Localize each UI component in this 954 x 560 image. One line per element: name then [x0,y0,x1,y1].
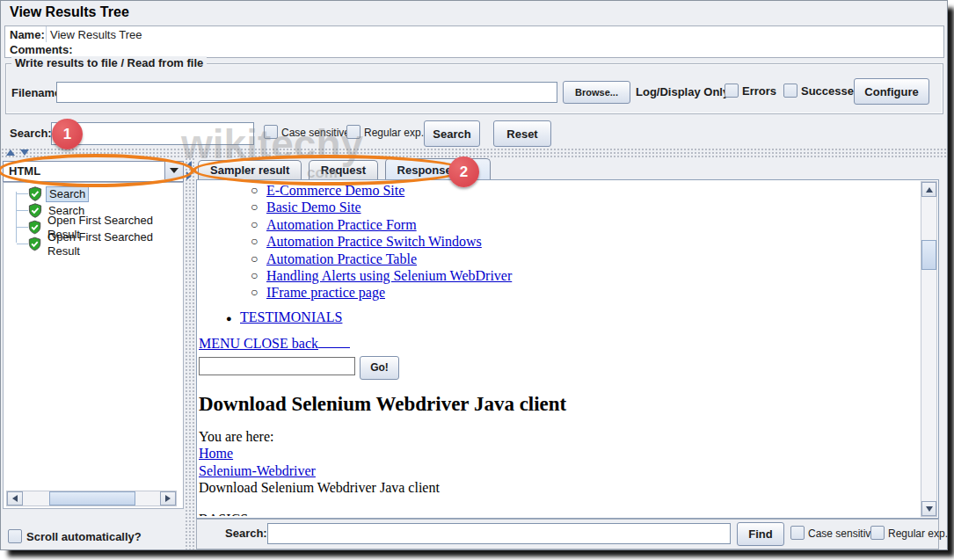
annotation-badge-2: 2 [448,156,479,187]
annotation-ellipse-view-selector [0,154,194,187]
case-sensitive-label: Case sensitive [281,127,350,139]
shield-check-icon [28,236,41,251]
list-item: IFrame practice page [251,284,905,301]
tree-connector-line [16,192,17,243]
scroll-automatically-checkbox[interactable] [8,529,22,543]
log-display-only-label: Log/Display Only: [636,85,733,98]
breadcrumb-home-link[interactable]: Home [199,446,233,461]
response-case-sensitive-checkbox[interactable] [790,526,805,540]
comments-label: Comments: [10,43,73,56]
jmeter-view-results-tree-window: View Results Tree Name: View Results Tre… [0,0,948,550]
scroll-automatically-label: Scroll automatically? [26,530,142,543]
regular-exp-checkbox[interactable] [346,125,360,139]
testimonials-row: TESTIMONIALS [226,310,905,324]
shield-check-icon [28,186,42,201]
annotation-badge-1: 1 [52,119,83,149]
successes-checkbox[interactable] [783,84,797,98]
tree-scrollbar-thumb[interactable] [49,491,135,505]
response-data-pane: E-Commerce Demo Site Basic Demo Site Aut… [196,179,939,519]
go-button[interactable]: Go! [360,356,399,380]
results-tree-panel: HTML Search Search [3,157,184,549]
tree-connector-stub [17,244,28,244]
rendered-html-view: E-Commerce Demo Site Basic Demo Site Aut… [198,180,905,516]
response-search-label: Search: [225,527,267,540]
name-input[interactable]: View Results Tree [46,26,943,42]
list-item: Automation Practice Table [251,251,905,267]
case-sensitive-checkbox[interactable] [264,125,278,139]
name-comments-box: Name: View Results Tree Comments: [4,25,944,58]
site-search-form: Go! [199,356,905,380]
link[interactable]: Automation Practice Table [266,251,417,266]
shield-check-icon [28,220,41,235]
annotation-ellipse-tabs [193,155,463,185]
list-item: Automation Practice Form [251,216,905,233]
response-regular-exp-checkbox[interactable] [870,526,885,540]
tree-connector-stub [17,193,28,194]
search-label: Search: [10,127,52,140]
tree-horizontal-scrollbar[interactable] [6,491,177,506]
link[interactable]: IFrame practice page [266,285,385,300]
response-case-sensitive-label: Case sensitive [808,527,877,540]
breadcrumb: Home [199,445,905,462]
list-item: Basic Demo Site [251,199,905,215]
nav-link-list: E-Commerce Demo Site Basic Demo Site Aut… [198,182,905,302]
response-search-input[interactable] [267,523,731,544]
tree-item-label[interactable]: Search [46,186,89,202]
tree-row[interactable]: Search [28,185,89,202]
reset-button[interactable]: Reset [493,120,551,147]
scroll-left-icon[interactable] [7,491,23,505]
breadcrumb-current: Download Selenium Webdriver Java client [199,479,905,496]
breadcrumb: Selenium-Webdriver [199,462,905,479]
browse-button[interactable]: Browse... [563,81,630,104]
successes-label: Successes [801,84,860,98]
link[interactable]: Automation Practice Switch Windows [266,234,482,249]
filename-input[interactable] [56,82,557,103]
results-tree: Search Search Open First Searched Result [3,182,184,509]
tree-connector-stub [17,227,28,228]
vertical-splitter[interactable] [185,157,195,549]
configure-button[interactable]: Configure [854,78,929,105]
scroll-up-icon[interactable] [921,182,936,197]
breadcrumb-intro: You are here: [199,428,905,445]
response-regular-exp-label: Regular exp. [888,527,948,540]
breadcrumb-selenium-link[interactable]: Selenium-Webdriver [199,463,316,478]
link[interactable]: Basic Demo Site [266,200,361,215]
write-results-group: Write results to file / Read from file F… [5,63,943,114]
page-heading: Download Selenium Webdriver Java client [199,393,905,415]
response-scrollbar-thumb[interactable] [921,240,936,270]
link[interactable]: Automation Practice Form [266,217,417,232]
page-title: View Results Tree [10,4,129,20]
comments-input[interactable] [72,42,943,56]
search-button[interactable]: Search [424,120,480,147]
list-item: Handling Alerts using Selenium WebDriver [251,267,905,284]
tree-connector-stub [17,210,28,211]
tree-item-label[interactable]: Open First Searched Result [45,230,183,258]
site-search-input[interactable] [199,357,355,375]
basics-text: BASICS [199,511,905,516]
splitter-collapse-down-icon[interactable] [20,149,29,156]
scroll-down-icon[interactable] [921,501,936,516]
filename-label: Filename [11,86,61,99]
shield-check-icon [28,203,42,218]
find-button[interactable]: Find [737,522,784,546]
name-label: Name: [10,28,45,41]
testimonials-link[interactable]: TESTIMONIALS [240,309,342,324]
errors-checkbox[interactable] [725,84,739,98]
menu-close-row: MENU CLOSE back [199,337,905,351]
write-results-group-title: Write results to file / Read from file [11,56,207,69]
menu-close-link[interactable]: MENU CLOSE back [199,336,350,351]
regular-exp-label: Regular exp. [364,127,424,139]
errors-label: Errors [742,84,776,98]
result-detail-panel: Sampler result Request Response data E-C… [196,157,947,549]
splitter-collapse-up-icon[interactable] [6,149,15,156]
list-item: Automation Practice Switch Windows [251,233,905,250]
response-search-bar: Search: Find Case sensitive Regular exp. [196,519,939,549]
link[interactable]: Handling Alerts using Selenium WebDriver [266,268,512,283]
name-value: View Results Tree [50,28,142,41]
scroll-right-icon[interactable] [160,491,176,505]
response-vertical-scrollbar[interactable] [921,181,937,517]
tree-row[interactable]: Open First Searched Result [28,236,183,252]
